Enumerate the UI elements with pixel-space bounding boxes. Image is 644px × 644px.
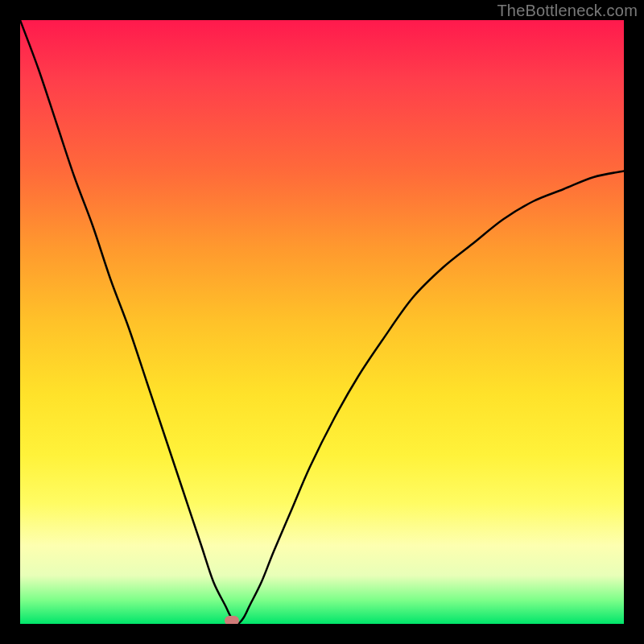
bottleneck-curve-path xyxy=(20,20,624,624)
minimum-marker-icon xyxy=(225,616,239,624)
curve-svg xyxy=(20,20,624,624)
plot-area xyxy=(20,20,624,624)
outer-frame: TheBottleneck.com xyxy=(0,0,644,644)
watermark-text: TheBottleneck.com xyxy=(497,2,638,20)
